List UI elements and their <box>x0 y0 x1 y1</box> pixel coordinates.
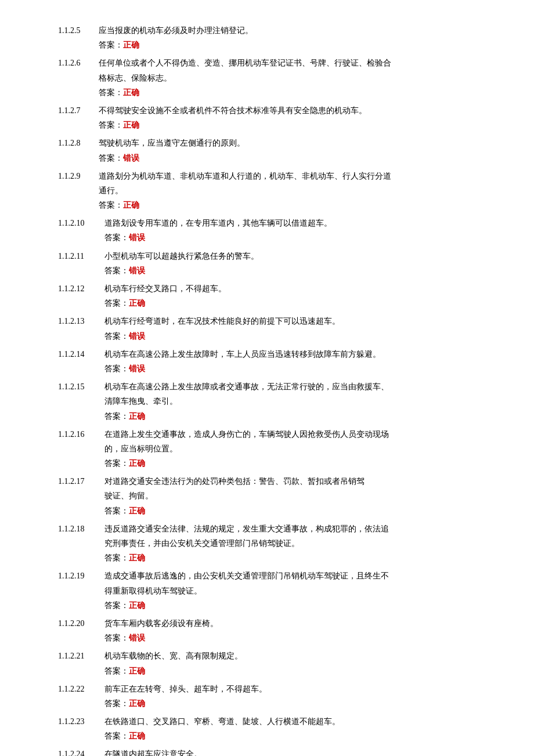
q-number: 1.1.2.10 <box>58 216 104 230</box>
answer-label: 答案： <box>104 696 129 711</box>
question-11218: 1.1.2.18 违反道路交通安全法律、法规的规定，发生重大交通事故，构成犯罪的… <box>58 522 488 566</box>
question-11217: 1.1.2.17 对道路交通安全违法行为的处罚种类包括：警告、罚款、暂扣或者吊销… <box>58 474 488 518</box>
q-number: 1.1.2.14 <box>58 347 104 361</box>
question-11216: 1.1.2.16 在道路上发生交通事故，造成人身伤亡的，车辆驾驶人因抢救受伤人员… <box>58 427 488 471</box>
question-11223: 1.1.2.23 在铁路道口、交叉路口、窄桥、弯道、陡坡、人行横道不能超车。 答… <box>58 714 488 743</box>
q-text: 违反道路交通安全法律、法规的规定，发生重大交通事故，构成犯罪的，依法追 <box>104 522 488 536</box>
answer-label: 答案： <box>104 230 129 245</box>
q-number: 1.1.2.23 <box>58 714 104 729</box>
q-number: 1.1.2.6 <box>58 56 99 70</box>
answer-value: 正确 <box>129 504 145 518</box>
q-text: 驾驶机动车，应当遵守左侧通行的原则。 <box>99 136 488 150</box>
q-text: 在隧道内超车应注意安全。 <box>104 747 488 756</box>
answer-label: 答案： <box>99 118 123 132</box>
answer-value: 正确 <box>123 38 139 52</box>
q-number: 1.1.2.19 <box>58 569 104 583</box>
answer-label: 答案： <box>104 551 129 565</box>
q-continuation: 格标志、保险标志。 <box>58 71 488 85</box>
q-number: 1.1.2.21 <box>58 649 104 663</box>
answer-label: 答案： <box>104 361 129 376</box>
q-number: 1.1.2.16 <box>58 427 104 442</box>
answer-value: 正确 <box>129 696 145 711</box>
answer-value: 错误 <box>129 263 145 278</box>
answer-value: 正确 <box>123 85 139 100</box>
q-number: 1.1.2.18 <box>58 522 104 536</box>
q-text: 造成交通事故后逃逸的，由公安机关交通管理部门吊销机动车驾驶证，且终生不 <box>104 569 488 583</box>
answer-value: 错误 <box>123 151 139 165</box>
question-11212: 1.1.2.12 机动车行经交叉路口，不得超车。 答案：正确 <box>58 281 488 310</box>
answer-value: 正确 <box>129 729 145 743</box>
q-number: 1.1.2.20 <box>58 616 104 631</box>
q-number: 1.1.2.5 <box>58 23 99 38</box>
q-number: 1.1.2.9 <box>58 169 99 183</box>
q-text: 机动车行经交叉路口，不得超车。 <box>104 281 488 296</box>
question-1126: 1.1.2.6 任何单位或者个人不得伪造、变造、挪用机动车登记证书、号牌、行驶证… <box>58 56 488 100</box>
q-text: 应当报废的机动车必须及时办理注销登记。 <box>99 23 488 38</box>
answer-value: 正确 <box>129 296 145 310</box>
q-text: 在铁路道口、交叉路口、窄桥、弯道、陡坡、人行横道不能超车。 <box>104 714 488 729</box>
q-continuation: 的，应当标明位置。 <box>58 442 488 456</box>
answer-value: 正确 <box>129 664 145 678</box>
answer-value: 错误 <box>129 230 145 245</box>
document-body: 1.1.2.5 应当报废的机动车必须及时办理注销登记。 答案：正确 1.1.2.… <box>58 23 488 756</box>
answer-label: 答案： <box>104 409 129 424</box>
answer-label: 答案： <box>104 263 129 278</box>
question-1125: 1.1.2.5 应当报废的机动车必须及时办理注销登记。 答案：正确 <box>58 23 488 52</box>
answer-label: 答案： <box>99 38 123 52</box>
q-text: 任何单位或者个人不得伪造、变造、挪用机动车登记证书、号牌、行驶证、检验合 <box>99 56 488 70</box>
answer-label: 答案： <box>104 504 129 518</box>
answer-value: 错误 <box>129 631 145 645</box>
question-11222: 1.1.2.22 前车正在左转弯、掉头、超车时，不得超车。 答案：正确 <box>58 682 488 711</box>
answer-label: 答案： <box>104 729 129 743</box>
answer-value: 正确 <box>123 118 139 132</box>
q-continuation: 驶证、拘留。 <box>58 489 488 503</box>
answer-value: 错误 <box>129 329 145 343</box>
q-text: 机动车在高速公路上发生故障时，车上人员应当迅速转移到故障车前方躲避。 <box>104 347 488 361</box>
question-11221: 1.1.2.21 机动车载物的长、宽、高有限制规定。 答案：正确 <box>58 649 488 678</box>
answer-label: 答案： <box>104 664 129 678</box>
question-11220: 1.1.2.20 货车车厢内载客必须设有座椅。 答案：错误 <box>58 616 488 645</box>
answer-label: 答案： <box>99 151 123 165</box>
q-text: 对道路交通安全违法行为的处罚种类包括：警告、罚款、暂扣或者吊销驾 <box>104 474 488 489</box>
q-text: 道路划设专用车道的，在专用车道内，其他车辆可以借道超车。 <box>104 216 488 230</box>
question-11213: 1.1.2.13 机动车行经弯道时，在车况技术性能良好的前提下可以迅速超车。 答… <box>58 314 488 343</box>
q-text: 货车车厢内载客必须设有座椅。 <box>104 616 488 631</box>
answer-label: 答案： <box>99 198 123 212</box>
question-1129: 1.1.2.9 道路划分为机动车道、非机动车道和人行道的，机动车、非机动车、行人… <box>58 169 488 213</box>
q-number: 1.1.2.17 <box>58 474 104 489</box>
answer-label: 答案： <box>104 456 129 471</box>
answer-value: 正确 <box>129 456 145 471</box>
q-number: 1.1.2.15 <box>58 379 104 394</box>
q-continuation: 通行。 <box>58 183 488 198</box>
q-continuation: 得重新取得机动车驾驶证。 <box>58 584 488 598</box>
question-11214: 1.1.2.14 机动车在高速公路上发生故障时，车上人员应当迅速转移到故障车前方… <box>58 347 488 376</box>
answer-value: 正确 <box>129 551 145 565</box>
question-11215: 1.1.2.15 机动车在高速公路上发生故障或者交通事故，无法正常行驶的，应当由… <box>58 379 488 424</box>
question-1127: 1.1.2.7 不得驾驶安全设施不全或者机件不符合技术标准等具有安全隐患的机动车… <box>58 103 488 132</box>
answer-value: 错误 <box>129 361 145 376</box>
answer-value: 正确 <box>129 409 145 424</box>
answer-label: 答案： <box>104 329 129 343</box>
q-number: 1.1.2.8 <box>58 136 99 150</box>
q-continuation: 清障车拖曳、牵引。 <box>58 394 488 408</box>
answer-value: 正确 <box>123 198 139 212</box>
question-1128: 1.1.2.8 驾驶机动车，应当遵守左侧通行的原则。 答案：错误 <box>58 136 488 165</box>
question-11224: 1.1.2.24 在隧道内超车应注意安全。 答案：错误 <box>58 747 488 756</box>
q-number: 1.1.2.22 <box>58 682 104 696</box>
q-text: 机动车载物的长、宽、高有限制规定。 <box>104 649 488 663</box>
answer-label: 答案： <box>104 598 129 613</box>
q-number: 1.1.2.13 <box>58 314 104 328</box>
answer-label: 答案： <box>104 631 129 645</box>
q-number: 1.1.2.7 <box>58 103 99 118</box>
q-text: 道路划分为机动车道、非机动车道和人行道的，机动车、非机动车、行人实行分道 <box>99 169 488 183</box>
q-number: 1.1.2.11 <box>58 249 104 263</box>
q-text: 在道路上发生交通事故，造成人身伤亡的，车辆驾驶人因抢救受伤人员变动现场 <box>104 427 488 442</box>
q-continuation: 究刑事责任，并由公安机关交通管理部门吊销驾驶证。 <box>58 536 488 551</box>
q-number: 1.1.2.12 <box>58 281 104 296</box>
q-text: 不得驾驶安全设施不全或者机件不符合技术标准等具有安全隐患的机动车。 <box>99 103 488 118</box>
q-text: 小型机动车可以超越执行紧急任务的警车。 <box>104 249 488 263</box>
answer-value: 正确 <box>129 598 145 613</box>
q-text: 机动车在高速公路上发生故障或者交通事故，无法正常行驶的，应当由救援车、 <box>104 379 488 394</box>
q-text: 机动车行经弯道时，在车况技术性能良好的前提下可以迅速超车。 <box>104 314 488 328</box>
answer-label: 答案： <box>99 85 123 100</box>
